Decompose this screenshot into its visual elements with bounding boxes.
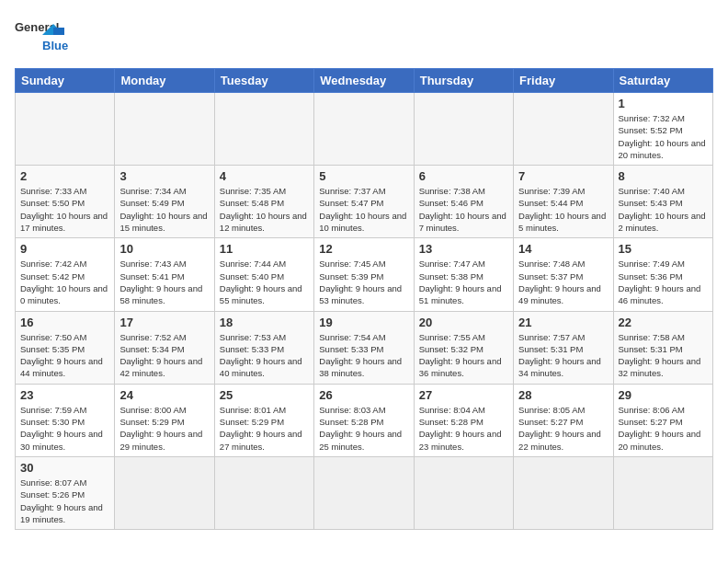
calendar-day: 28Sunrise: 8:05 AM Sunset: 5:27 PM Dayli… (514, 384, 613, 456)
day-number: 20 (419, 316, 508, 329)
calendar-day: 27Sunrise: 8:04 AM Sunset: 5:28 PM Dayli… (414, 384, 513, 456)
day-info: Sunrise: 7:58 AM Sunset: 5:31 PM Dayligh… (619, 331, 708, 380)
calendar-day: 8Sunrise: 7:40 AM Sunset: 5:43 PM Daylig… (613, 166, 712, 238)
calendar-day (115, 93, 214, 166)
day-number: 16 (20, 316, 109, 329)
calendar-day: 5Sunrise: 7:37 AM Sunset: 5:47 PM Daylig… (314, 166, 414, 238)
day-number: 17 (119, 316, 209, 329)
day-info: Sunrise: 7:37 AM Sunset: 5:47 PM Dayligh… (319, 185, 408, 234)
day-info: Sunrise: 7:50 AM Sunset: 5:35 PM Dayligh… (20, 331, 109, 380)
day-number: 24 (119, 388, 209, 402)
calendar-day: 18Sunrise: 7:53 AM Sunset: 5:33 PM Dayli… (214, 311, 313, 384)
day-number: 26 (319, 388, 408, 402)
calendar-day (414, 456, 513, 529)
calendar-day: 23Sunrise: 7:59 AM Sunset: 5:30 PM Dayli… (16, 384, 115, 456)
calendar-day: 26Sunrise: 8:03 AM Sunset: 5:28 PM Dayli… (314, 384, 414, 456)
day-header-friday: Friday (514, 69, 613, 93)
day-number: 14 (518, 242, 608, 256)
day-info: Sunrise: 7:43 AM Sunset: 5:41 PM Dayligh… (119, 258, 209, 306)
calendar-day (613, 456, 712, 529)
calendar-week-1: 1Sunrise: 7:32 AM Sunset: 5:52 PM Daylig… (16, 93, 713, 166)
day-number: 28 (518, 388, 608, 402)
day-info: Sunrise: 7:42 AM Sunset: 5:42 PM Dayligh… (20, 258, 109, 306)
day-info: Sunrise: 7:57 AM Sunset: 5:31 PM Dayligh… (518, 331, 608, 380)
day-number: 27 (419, 388, 508, 402)
day-info: Sunrise: 8:07 AM Sunset: 5:26 PM Dayligh… (20, 477, 109, 525)
calendar-week-4: 16Sunrise: 7:50 AM Sunset: 5:35 PM Dayli… (16, 311, 713, 384)
day-number: 13 (419, 242, 508, 256)
day-number: 9 (20, 242, 109, 256)
day-info: Sunrise: 8:01 AM Sunset: 5:29 PM Dayligh… (220, 404, 309, 453)
calendar-day (115, 456, 214, 529)
day-info: Sunrise: 7:48 AM Sunset: 5:37 PM Dayligh… (518, 258, 608, 306)
calendar-day: 15Sunrise: 7:49 AM Sunset: 5:36 PM Dayli… (613, 238, 712, 311)
day-number: 10 (119, 242, 209, 256)
day-info: Sunrise: 7:53 AM Sunset: 5:33 PM Dayligh… (220, 331, 309, 380)
day-number: 3 (119, 169, 209, 183)
day-number: 15 (619, 242, 708, 256)
day-header-wednesday: Wednesday (314, 69, 414, 93)
day-info: Sunrise: 7:52 AM Sunset: 5:34 PM Dayligh… (119, 331, 209, 380)
day-info: Sunrise: 7:47 AM Sunset: 5:38 PM Dayligh… (419, 258, 508, 306)
calendar-day: 6Sunrise: 7:38 AM Sunset: 5:46 PM Daylig… (414, 166, 513, 238)
calendar-day: 1Sunrise: 7:32 AM Sunset: 5:52 PM Daylig… (613, 93, 712, 166)
day-number: 23 (20, 388, 109, 402)
day-info: Sunrise: 7:38 AM Sunset: 5:46 PM Dayligh… (419, 185, 508, 234)
day-number: 19 (319, 316, 408, 329)
svg-rect-2 (53, 28, 64, 35)
calendar-day: 17Sunrise: 7:52 AM Sunset: 5:34 PM Dayli… (115, 311, 214, 384)
calendar-day: 12Sunrise: 7:45 AM Sunset: 5:39 PM Dayli… (314, 238, 414, 311)
logo-svg: General Blue (15, 15, 88, 61)
calendar-table: SundayMondayTuesdayWednesdayThursdayFrid… (15, 68, 713, 530)
calendar-week-3: 9Sunrise: 7:42 AM Sunset: 5:42 PM Daylig… (16, 238, 713, 311)
day-number: 1 (619, 97, 708, 110)
day-header-monday: Monday (115, 69, 214, 93)
calendar-day: 24Sunrise: 8:00 AM Sunset: 5:29 PM Dayli… (115, 384, 214, 456)
day-header-saturday: Saturday (613, 69, 712, 93)
calendar-header-row: SundayMondayTuesdayWednesdayThursdayFrid… (16, 69, 713, 93)
calendar-day (214, 93, 313, 166)
day-info: Sunrise: 7:39 AM Sunset: 5:44 PM Dayligh… (518, 185, 608, 234)
calendar-day: 4Sunrise: 7:35 AM Sunset: 5:48 PM Daylig… (214, 166, 313, 238)
day-number: 21 (518, 316, 608, 329)
day-info: Sunrise: 7:40 AM Sunset: 5:43 PM Dayligh… (619, 185, 708, 234)
page-header: General Blue (15, 15, 713, 61)
day-info: Sunrise: 7:32 AM Sunset: 5:52 PM Dayligh… (619, 112, 708, 161)
day-number: 6 (419, 169, 508, 183)
day-info: Sunrise: 7:59 AM Sunset: 5:30 PM Dayligh… (20, 404, 109, 453)
day-number: 18 (220, 316, 309, 329)
day-header-tuesday: Tuesday (214, 69, 313, 93)
calendar-day: 2Sunrise: 7:33 AM Sunset: 5:50 PM Daylig… (16, 166, 115, 238)
day-header-sunday: Sunday (16, 69, 115, 93)
day-info: Sunrise: 8:05 AM Sunset: 5:27 PM Dayligh… (518, 404, 608, 453)
calendar-day: 29Sunrise: 8:06 AM Sunset: 5:27 PM Dayli… (613, 384, 712, 456)
day-info: Sunrise: 7:54 AM Sunset: 5:33 PM Dayligh… (319, 331, 408, 380)
day-info: Sunrise: 7:45 AM Sunset: 5:39 PM Dayligh… (319, 258, 408, 306)
calendar-day (214, 456, 313, 529)
calendar-week-6: 30Sunrise: 8:07 AM Sunset: 5:26 PM Dayli… (16, 456, 713, 529)
calendar-day (414, 93, 513, 166)
calendar-week-5: 23Sunrise: 7:59 AM Sunset: 5:30 PM Dayli… (16, 384, 713, 456)
day-info: Sunrise: 8:00 AM Sunset: 5:29 PM Dayligh… (119, 404, 209, 453)
calendar-day: 3Sunrise: 7:34 AM Sunset: 5:49 PM Daylig… (115, 166, 214, 238)
calendar-day: 7Sunrise: 7:39 AM Sunset: 5:44 PM Daylig… (514, 166, 613, 238)
calendar-day: 9Sunrise: 7:42 AM Sunset: 5:42 PM Daylig… (16, 238, 115, 311)
day-number: 12 (319, 242, 408, 256)
day-info: Sunrise: 8:04 AM Sunset: 5:28 PM Dayligh… (419, 404, 508, 453)
day-info: Sunrise: 7:55 AM Sunset: 5:32 PM Dayligh… (419, 331, 508, 380)
calendar-day: 13Sunrise: 7:47 AM Sunset: 5:38 PM Dayli… (414, 238, 513, 311)
day-header-thursday: Thursday (414, 69, 513, 93)
calendar-day (16, 93, 115, 166)
calendar-day: 10Sunrise: 7:43 AM Sunset: 5:41 PM Dayli… (115, 238, 214, 311)
calendar-day: 19Sunrise: 7:54 AM Sunset: 5:33 PM Dayli… (314, 311, 414, 384)
calendar-week-2: 2Sunrise: 7:33 AM Sunset: 5:50 PM Daylig… (16, 166, 713, 238)
day-number: 5 (319, 169, 408, 183)
day-info: Sunrise: 7:35 AM Sunset: 5:48 PM Dayligh… (220, 185, 309, 234)
calendar-day (314, 93, 414, 166)
logo: General Blue (15, 15, 88, 61)
calendar-day (514, 456, 613, 529)
day-number: 2 (20, 169, 109, 183)
calendar-day: 21Sunrise: 7:57 AM Sunset: 5:31 PM Dayli… (514, 311, 613, 384)
day-info: Sunrise: 8:06 AM Sunset: 5:27 PM Dayligh… (619, 404, 708, 453)
day-number: 11 (220, 242, 309, 256)
